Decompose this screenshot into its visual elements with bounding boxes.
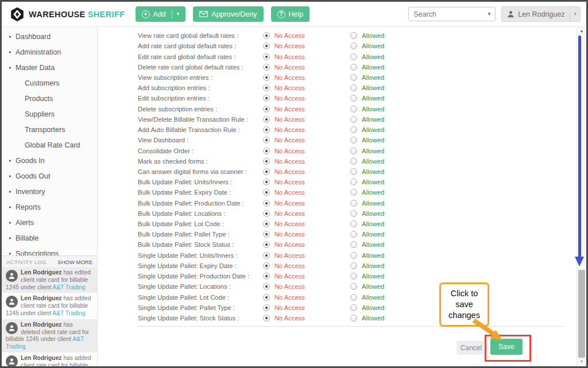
- allowed-radio[interactable]: [350, 148, 357, 154]
- no-access-option: No Access: [263, 95, 350, 102]
- allowed-radio[interactable]: [350, 283, 357, 290]
- no-access-radio[interactable]: [263, 241, 270, 248]
- no-access-radio[interactable]: [263, 294, 270, 301]
- allowed-radio[interactable]: [350, 294, 357, 301]
- help-button[interactable]: ? Help: [271, 6, 310, 22]
- allowed-radio[interactable]: [350, 315, 357, 321]
- no-access-radio[interactable]: [263, 106, 270, 113]
- no-access-radio[interactable]: [263, 179, 270, 185]
- sidebar-item[interactable]: ▸ Goods Out: [2, 168, 97, 184]
- allowed-radio[interactable]: [350, 116, 357, 123]
- no-access-radio[interactable]: [263, 42, 270, 49]
- activity-log-entry[interactable]: Len Rodriguez has edited client rate car…: [2, 267, 97, 293]
- sidebar-item[interactable]: ▸ Administration: [2, 44, 97, 60]
- no-access-radio[interactable]: [263, 158, 270, 165]
- sidebar-item[interactable]: ▸ Global Rate Card: [2, 137, 97, 153]
- no-access-radio[interactable]: [263, 168, 270, 175]
- sidebar-item[interactable]: ▸ Suppliers: [2, 106, 97, 122]
- user-menu[interactable]: Len Rodriguez ▾: [501, 6, 581, 22]
- allowed-radio[interactable]: [350, 42, 357, 49]
- allowed-radio[interactable]: [350, 220, 357, 227]
- approve-deny-button[interactable]: Approve/Deny: [193, 6, 263, 22]
- no-access-radio[interactable]: [263, 231, 270, 238]
- activity-log-entry[interactable]: Len Rodriguez has added client rate card…: [2, 293, 97, 319]
- sidebar-item[interactable]: ▸ Dashboard: [2, 29, 97, 44]
- sidebar-item-label: Transporters: [25, 126, 65, 134]
- scrollbar[interactable]: ▲ ▼: [577, 27, 586, 366]
- allowed-radio[interactable]: [350, 158, 357, 165]
- allowed-radio[interactable]: [350, 200, 357, 207]
- allowed-radio[interactable]: [350, 64, 357, 71]
- no-access-radio[interactable]: [263, 200, 270, 207]
- activity-client-link[interactable]: A&T Trading: [52, 284, 85, 290]
- no-access-radio[interactable]: [263, 148, 270, 154]
- sidebar-item[interactable]: ▸ Inventory: [2, 184, 97, 199]
- brand-name-primary: WAREHOUSE: [29, 10, 86, 19]
- search-input[interactable]: Search ▾: [408, 7, 496, 21]
- sidebar-item[interactable]: ▸ Billable: [2, 230, 97, 246]
- no-access-radio[interactable]: [263, 283, 270, 290]
- activity-log-entry[interactable]: Len Rodriguez has deleted client rate ca…: [2, 319, 97, 352]
- no-access-radio[interactable]: [263, 262, 270, 269]
- permission-label: Bulk Update Pallet: Units/Inners :: [138, 179, 263, 185]
- no-access-radio[interactable]: [263, 252, 270, 259]
- activity-client-link[interactable]: A&T Trading: [52, 310, 85, 316]
- allowed-radio[interactable]: [350, 168, 357, 175]
- no-access-radio[interactable]: [263, 95, 270, 102]
- chevron-down-icon[interactable]: ▾: [177, 11, 180, 17]
- allowed-radio[interactable]: [350, 189, 357, 196]
- add-button[interactable]: + Add ▾: [136, 6, 186, 22]
- user-menu-caret[interactable]: ▾: [570, 7, 580, 21]
- allowed-option: Allowed: [350, 168, 577, 175]
- allowed-radio[interactable]: [350, 241, 357, 248]
- allowed-radio[interactable]: [350, 126, 357, 133]
- allowed-radio[interactable]: [350, 32, 357, 39]
- no-access-radio[interactable]: [263, 273, 270, 280]
- allowed-radio[interactable]: [350, 95, 357, 102]
- allowed-radio[interactable]: [350, 273, 357, 280]
- allowed-label: Allowed: [362, 273, 384, 280]
- permission-row: Add Auto Billable Transaction Rule : No …: [138, 125, 577, 135]
- scroll-down-icon[interactable]: ▼: [577, 359, 586, 363]
- sidebar-item[interactable]: ▸ Alerts: [2, 215, 97, 230]
- no-access-radio[interactable]: [263, 64, 270, 71]
- no-access-radio[interactable]: [263, 210, 270, 217]
- sidebar-item[interactable]: ▸ Master Data: [2, 60, 97, 75]
- allowed-radio[interactable]: [350, 252, 357, 259]
- no-access-option: No Access: [263, 241, 350, 248]
- no-access-radio[interactable]: [263, 304, 270, 311]
- scroll-up-icon[interactable]: ▲: [577, 29, 586, 33]
- allowed-radio[interactable]: [350, 137, 357, 144]
- allowed-radio[interactable]: [350, 106, 357, 113]
- allowed-radio[interactable]: [350, 210, 357, 217]
- chevron-down-icon[interactable]: ▾: [488, 11, 491, 17]
- no-access-radio[interactable]: [263, 189, 270, 196]
- allowed-radio[interactable]: [350, 304, 357, 311]
- no-access-radio[interactable]: [263, 126, 270, 133]
- scrollbar-thumb[interactable]: [578, 270, 585, 358]
- allowed-radio[interactable]: [350, 53, 357, 60]
- no-access-label: No Access: [274, 252, 305, 259]
- no-access-radio[interactable]: [263, 116, 270, 123]
- allowed-radio[interactable]: [350, 74, 357, 81]
- user-name: Len Rodriguez: [518, 10, 564, 18]
- no-access-radio[interactable]: [263, 137, 270, 144]
- allowed-option: Allowed: [350, 42, 577, 49]
- no-access-radio[interactable]: [263, 220, 270, 227]
- sidebar-item[interactable]: ▸ Reports: [2, 199, 97, 215]
- activity-log-entry[interactable]: Len Rodriguez has added client rate card…: [2, 352, 97, 366]
- sidebar-item[interactable]: ▸ Goods In: [2, 153, 97, 168]
- allowed-radio[interactable]: [350, 179, 357, 185]
- no-access-radio[interactable]: [263, 84, 270, 91]
- show-more-link[interactable]: SHOW MORE: [57, 259, 92, 265]
- allowed-radio[interactable]: [350, 262, 357, 269]
- sidebar-item[interactable]: ▸ Customers: [2, 75, 97, 91]
- no-access-radio[interactable]: [263, 53, 270, 60]
- allowed-radio[interactable]: [350, 84, 357, 91]
- no-access-radio[interactable]: [263, 32, 270, 39]
- no-access-radio[interactable]: [263, 74, 270, 81]
- no-access-radio[interactable]: [263, 315, 270, 321]
- allowed-radio[interactable]: [350, 231, 357, 238]
- sidebar-item[interactable]: ▸ Transporters: [2, 122, 97, 137]
- sidebar-item[interactable]: ▸ Products: [2, 91, 97, 106]
